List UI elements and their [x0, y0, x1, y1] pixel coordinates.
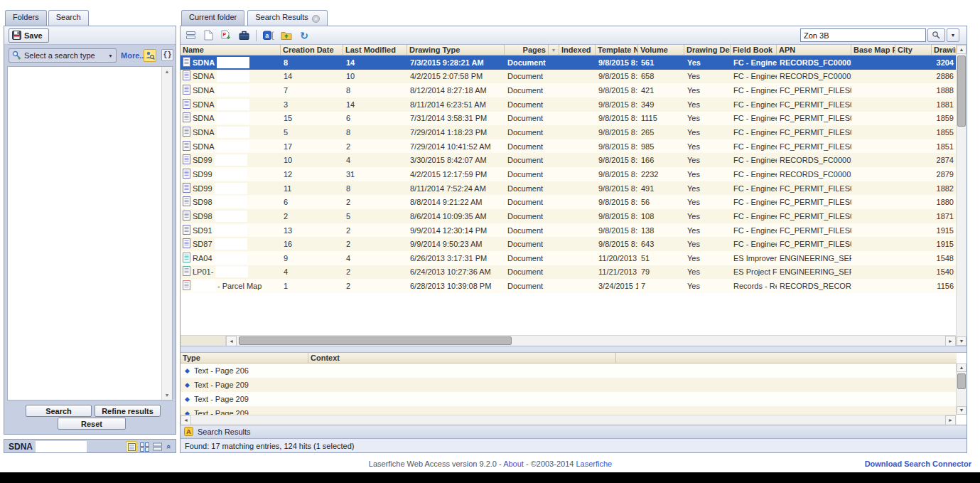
- tab-folders[interactable]: Folders: [5, 10, 47, 26]
- context-hit-row[interactable]: ◆Text - Page 206: [181, 363, 957, 378]
- scrollbar-thumb[interactable]: [957, 55, 966, 127]
- reset-button[interactable]: Reset: [58, 418, 126, 430]
- table-row[interactable]: SD991043/30/2015 8:42:07 AMDocument9/8/2…: [181, 153, 957, 167]
- laserfiche-link[interactable]: Laserfiche: [576, 460, 612, 468]
- collapse-icon[interactable]: «: [163, 441, 175, 452]
- table-row[interactable]: SD9912314/2/2015 12:17:59 PMDocument9/8/…: [181, 167, 957, 181]
- save-button[interactable]: Save: [9, 28, 49, 43]
- table-row[interactable]: - Parcel Map126/28/2013 10:39:08 PMDocum…: [181, 279, 957, 293]
- refine-results-button[interactable]: Refine results: [95, 405, 161, 417]
- column-header-name[interactable]: Name: [181, 45, 281, 55]
- redacted-text: [193, 280, 215, 292]
- scroll-right-icon[interactable]: ►: [945, 336, 956, 346]
- search-user-icon[interactable]: [144, 49, 156, 62]
- entry-name: SDNA: [193, 72, 215, 80]
- column-header-context[interactable]: Context: [308, 353, 616, 363]
- context-vertical-scrollbar[interactable]: ▲ ▼: [956, 363, 966, 415]
- table-horizontal-scrollbar[interactable]: ◄ ►: [181, 335, 957, 346]
- scroll-left-icon[interactable]: ◄: [181, 415, 191, 425]
- grid-view-icon[interactable]: [139, 441, 150, 452]
- panel-divider[interactable]: [181, 346, 966, 353]
- entry-name: SD87: [193, 240, 212, 248]
- context-hit-row[interactable]: ◆Text - Page 209: [181, 406, 957, 415]
- column-header-indexed[interactable]: Indexed: [559, 45, 596, 55]
- column-header-field-book[interactable]: Field Book: [731, 45, 777, 55]
- scroll-up-icon[interactable]: ▲: [957, 363, 966, 372]
- table-row[interactable]: SD991188/11/2014 7:52:24 AMDocument9/8/2…: [181, 181, 957, 196]
- column-header-last-modified[interactable]: Last Modified: [343, 45, 407, 55]
- quick-search-input[interactable]: [800, 28, 926, 42]
- briefcase-icon[interactable]: [237, 28, 251, 43]
- column-header-volume[interactable]: Volume: [638, 45, 684, 55]
- cell-volume: 108: [638, 212, 684, 221]
- scroll-up-icon[interactable]: ▲: [957, 45, 966, 54]
- column-header-template-na[interactable]: Template Na: [596, 45, 638, 55]
- column-header-pages[interactable]: Pages: [505, 45, 549, 55]
- table-row[interactable]: SDNA587/29/2014 1:18:23 PMDocument9/8/20…: [181, 125, 957, 139]
- export-pdf-icon[interactable]: P: [219, 28, 233, 43]
- cell-drawin: 1540: [932, 267, 957, 276]
- text-search-icon[interactable]: a: [262, 28, 276, 43]
- cell-drawing-des: Yes: [684, 254, 731, 262]
- column-header-city[interactable]: City: [895, 45, 932, 55]
- context-hit-row[interactable]: ◆Text - Page 209: [181, 378, 957, 392]
- search-button[interactable]: Search: [26, 405, 92, 417]
- close-tab-icon[interactable]: ✕: [312, 15, 320, 23]
- table-row[interactable]: SDNA3148/11/2014 6:23:51 AMDocument9/8/2…: [181, 97, 957, 112]
- table-row[interactable]: RA04946/26/2013 3:17:31 PMDocument11/20/…: [181, 251, 957, 265]
- scroll-left-icon[interactable]: ◄: [226, 336, 237, 346]
- cell-drawing-des: Yes: [684, 184, 731, 193]
- search-type-dropdown[interactable]: Select a search type ▼: [9, 48, 117, 63]
- table-row[interactable]: SD98628/8/2014 9:21:22 AMDocument9/8/201…: [181, 195, 957, 209]
- table-row[interactable]: SD871629/9/2014 9:50:23 AMDocument9/8/20…: [181, 237, 957, 251]
- braces-icon[interactable]: {}: [161, 49, 173, 61]
- column-header-type[interactable]: Type: [181, 353, 308, 363]
- context-horizontal-scrollbar[interactable]: ◄ ►: [181, 415, 957, 425]
- download-search-connector-link[interactable]: Download Search Connector: [865, 460, 971, 468]
- more-link[interactable]: More...: [121, 51, 146, 60]
- tab-current-folder[interactable]: Current folder: [181, 10, 244, 26]
- table-row[interactable]: SDNA14104/2/2015 2:07:58 PMDocument9/8/2…: [181, 70, 957, 84]
- sidebar-scrollbar[interactable]: ▲ ▼: [161, 67, 172, 400]
- list-layout-icon[interactable]: [183, 28, 198, 43]
- tab-search-results[interactable]: Search Results✕: [247, 10, 328, 26]
- rows-view-icon[interactable]: [151, 441, 163, 452]
- context-hit-row[interactable]: ◆Text - Page 209: [181, 392, 957, 406]
- table-row[interactable]: SDNA1567/31/2014 3:58:31 PMDocument9/8/2…: [181, 112, 957, 126]
- import-icon[interactable]: [279, 28, 294, 43]
- list-view-icon[interactable]: [126, 441, 137, 452]
- scroll-down-icon[interactable]: ▼: [957, 336, 966, 346]
- scrollbar-thumb[interactable]: [957, 373, 966, 389]
- refresh-icon[interactable]: ↻: [297, 28, 311, 43]
- scroll-down-icon[interactable]: ▼: [957, 406, 966, 415]
- table-row[interactable]: SDNA8147/3/2015 9:28:21 AMDocument9/8/20…: [181, 55, 957, 70]
- search-criteria-area[interactable]: ▲ ▼: [7, 66, 173, 400]
- tab-search[interactable]: Search: [48, 10, 89, 26]
- column-header-drawing-des[interactable]: Drawing Des: [684, 45, 731, 55]
- table-row[interactable]: SD911329/9/2014 12:30:14 PMDocument9/8/2…: [181, 223, 957, 238]
- sort-descending-icon[interactable]: ▼: [549, 45, 559, 55]
- table-vertical-scrollbar[interactable]: ▲ ▼: [956, 45, 966, 346]
- cell-field-book: FC - Engineer: [731, 72, 777, 80]
- selected-entry-name: SDNA: [9, 442, 33, 452]
- table-row[interactable]: SDNA1727/29/2014 10:41:52 AMDocument9/8/…: [181, 139, 957, 154]
- scroll-up-icon[interactable]: ▲: [162, 69, 172, 74]
- purple-document-icon: [183, 70, 190, 82]
- table-row[interactable]: SD98258/6/2014 10:09:35 AMDocument9/8/20…: [181, 209, 957, 223]
- column-header-drawin[interactable]: Drawin: [932, 45, 957, 55]
- table-row[interactable]: LP01-426/24/2013 10:27:36 AMDocument11/2…: [181, 265, 957, 280]
- column-header-drawing-type[interactable]: Drawing Type: [407, 45, 505, 55]
- column-header-base-map-pa[interactable]: Base Map Pa: [851, 45, 895, 55]
- cell-apn: RECORDS_FC000025: [777, 156, 851, 164]
- column-header-creation-date[interactable]: Creation Date: [281, 45, 343, 55]
- scroll-down-icon[interactable]: ▼: [162, 393, 172, 398]
- new-document-icon[interactable]: [201, 28, 215, 43]
- column-header-apn[interactable]: APN: [777, 45, 851, 55]
- about-link[interactable]: About: [503, 460, 524, 468]
- scrollbar-thumb[interactable]: [239, 336, 512, 345]
- cell-name: SDNA: [181, 99, 281, 110]
- search-options-dropdown[interactable]: ▼: [947, 28, 959, 42]
- table-row[interactable]: SDNA788/12/2014 8:27:18 AMDocument9/8/20…: [181, 83, 957, 97]
- search-go-icon[interactable]: [927, 28, 945, 42]
- scroll-right-icon[interactable]: ►: [945, 415, 956, 425]
